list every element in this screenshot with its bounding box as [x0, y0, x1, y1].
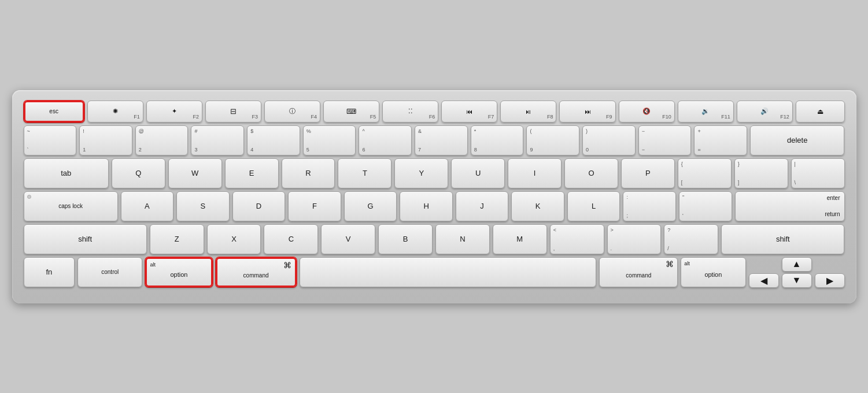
option-right-label: option: [704, 272, 722, 278]
key-arrow-down[interactable]: ▼: [782, 273, 812, 288]
key-bracket-r[interactable]: } ]: [734, 158, 788, 188]
key-f10[interactable]: 🔇 F10: [619, 101, 675, 123]
key-eject[interactable]: ⏏: [796, 101, 845, 123]
key-arrow-left[interactable]: ◀: [749, 273, 779, 288]
key-option-left[interactable]: alt option: [145, 257, 212, 287]
key-m[interactable]: M: [493, 224, 547, 254]
key-s[interactable]: S: [176, 191, 230, 221]
f11-label: F11: [721, 114, 730, 120]
key-f8[interactable]: ⏯ F8: [500, 101, 556, 123]
command-right-symbol: ⌘: [666, 259, 674, 269]
key-f11[interactable]: 🔉 F11: [678, 101, 734, 123]
key-c[interactable]: C: [264, 224, 318, 254]
key6-bottom: 6: [362, 147, 365, 153]
f2-label: F2: [193, 114, 199, 120]
arrow-top-row: ▲: [749, 257, 845, 272]
key-5[interactable]: % 5: [303, 125, 356, 155]
key-tilde[interactable]: ~ `: [24, 125, 77, 155]
key-equals[interactable]: + =: [694, 125, 747, 155]
key-f9[interactable]: ⏭ F9: [559, 101, 615, 123]
key-t[interactable]: T: [338, 158, 391, 188]
key-f7[interactable]: ⏮ F7: [441, 101, 497, 123]
key-g[interactable]: G: [344, 191, 397, 221]
key-0[interactable]: ) 0: [582, 125, 636, 155]
key-v[interactable]: V: [321, 224, 375, 254]
key-arrow-right[interactable]: ▶: [815, 273, 845, 288]
key-return[interactable]: enter return: [735, 191, 845, 221]
key-minus[interactable]: − −: [638, 125, 692, 155]
key-arrow-up[interactable]: ▲: [782, 257, 812, 272]
f6-label: F6: [429, 114, 435, 120]
key-f5[interactable]: ⌨ F5: [323, 101, 379, 123]
key-n[interactable]: N: [435, 224, 490, 254]
key-option-right[interactable]: alt option: [681, 257, 745, 287]
key-f2[interactable]: ✦ F2: [146, 101, 202, 123]
key-tab[interactable]: tab: [24, 158, 109, 188]
key-semicolon[interactable]: : ;: [623, 191, 676, 221]
key-slash[interactable]: ? /: [664, 224, 718, 254]
key-control[interactable]: control: [77, 257, 142, 287]
key-6[interactable]: ^ 6: [359, 125, 412, 155]
key-l[interactable]: L: [567, 191, 620, 221]
key-shift-right[interactable]: shift: [721, 224, 844, 254]
key-fn[interactable]: fn: [24, 257, 75, 287]
f10-icon: 🔇: [642, 107, 651, 115]
caps-led: [27, 195, 31, 199]
key-3[interactable]: # 3: [191, 125, 244, 155]
key-8[interactable]: * 8: [471, 125, 524, 155]
key-bracket-l[interactable]: { [: [678, 158, 732, 188]
key-command-right[interactable]: ⌘ command: [599, 257, 678, 287]
key-quote[interactable]: " ': [679, 191, 732, 221]
key-command-left[interactable]: ⌘ command: [216, 257, 297, 287]
key-delete[interactable]: delete: [750, 125, 844, 155]
key-7[interactable]: & 7: [415, 125, 468, 155]
key-w[interactable]: W: [168, 158, 222, 188]
key-f[interactable]: F: [288, 191, 341, 221]
key8-bottom: 8: [474, 147, 477, 153]
key-shift-left[interactable]: shift: [24, 224, 147, 254]
key-r[interactable]: R: [282, 158, 335, 188]
key-f12[interactable]: 🔊 F12: [737, 101, 793, 123]
key-f3[interactable]: ⊟ F3: [205, 101, 261, 123]
number-row: ~ ` ! 1 @ 2 # 3 $ 4 % 5 ^ 6 & 7: [24, 125, 845, 155]
eject-icon: ⏏: [817, 107, 823, 116]
key-h[interactable]: H: [400, 191, 453, 221]
control-label: control: [101, 269, 119, 275]
option-left-alt-label: alt: [150, 262, 156, 268]
key-space[interactable]: [300, 257, 597, 287]
key-j[interactable]: J: [456, 191, 509, 221]
key1-bottom: 1: [83, 147, 86, 153]
keyminus-top: −: [642, 128, 645, 134]
key-b[interactable]: B: [378, 224, 433, 254]
key-p[interactable]: P: [621, 158, 675, 188]
arrow-left-icon: ◀: [760, 275, 767, 286]
key-2[interactable]: @ 2: [135, 125, 189, 155]
key-d[interactable]: D: [232, 191, 286, 221]
key-e[interactable]: E: [225, 158, 279, 188]
key-esc[interactable]: esc: [24, 101, 84, 123]
key-f4[interactable]: ⓘ F4: [264, 101, 320, 123]
return-label: return: [825, 211, 840, 217]
key-comma[interactable]: < ,: [550, 224, 604, 254]
key-4[interactable]: $ 4: [247, 125, 300, 155]
key-u[interactable]: U: [451, 158, 505, 188]
key-x[interactable]: X: [207, 224, 261, 254]
key-period[interactable]: > .: [607, 224, 662, 254]
key-o[interactable]: O: [564, 158, 618, 188]
key-a[interactable]: A: [121, 191, 174, 221]
key-f6[interactable]: ⁚⁚ F6: [382, 101, 438, 123]
asdf-row: caps lock A S D F G H J K L : ; " ' ente…: [24, 191, 845, 221]
key-z[interactable]: Z: [150, 224, 204, 254]
key-k[interactable]: K: [511, 191, 564, 221]
key-q[interactable]: Q: [112, 158, 165, 188]
key-y[interactable]: Y: [394, 158, 448, 188]
arrow-up-icon: ▲: [792, 259, 801, 269]
key7-top: &: [418, 128, 422, 134]
key-caps-lock[interactable]: caps lock: [24, 191, 118, 221]
key-1[interactable]: ! 1: [79, 125, 132, 155]
key-9[interactable]: ( 9: [526, 125, 579, 155]
f12-icon: 🔊: [760, 107, 769, 115]
key-f1[interactable]: ✺ F1: [87, 101, 143, 123]
key-backslash[interactable]: | \: [791, 158, 845, 188]
key-i[interactable]: I: [508, 158, 562, 188]
